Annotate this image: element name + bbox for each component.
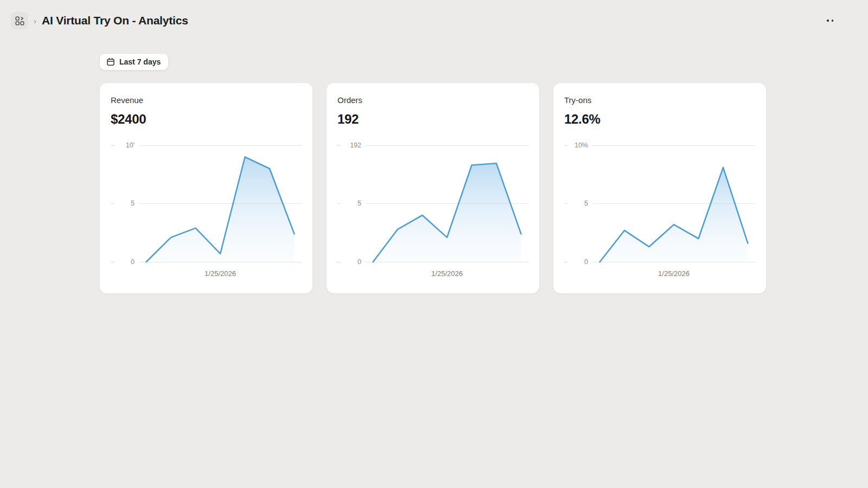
- calendar-icon: [106, 57, 115, 66]
- card-title: Orders: [337, 96, 528, 104]
- y-tick-dash: [564, 145, 567, 146]
- y-tick-dash: [337, 203, 341, 204]
- main-content: Last 7 days Revenue $2400 10' 5 0: [99, 30, 868, 294]
- tryons-chart: 10% 5 0: [564, 145, 755, 262]
- x-axis-label: 1/25/2026: [366, 269, 528, 278]
- metric-cards-row: Revenue $2400 10' 5 0: [99, 82, 868, 294]
- date-range-label: Last 7 days: [119, 57, 161, 66]
- card-value: $2400: [111, 113, 302, 126]
- revenue-area-line: [139, 145, 302, 262]
- y-axis-tick-label: 0: [116, 259, 135, 266]
- date-range-button[interactable]: Last 7 days: [99, 53, 169, 70]
- menu-dot: [832, 20, 834, 22]
- menu-dot: [827, 20, 829, 22]
- y-axis-tick-label: 0: [570, 259, 588, 266]
- y-axis-tick-label: 5: [570, 200, 588, 207]
- metric-card-tryons: Try-ons 12.6% 10% 5 0: [553, 82, 767, 294]
- page-header: › AI Virtual Try On - Analytics: [0, 0, 868, 30]
- y-axis-tick-label: 10%: [570, 142, 588, 149]
- y-tick-dash: [564, 262, 567, 262]
- tryons-area-line: [592, 145, 755, 262]
- card-value: 12.6%: [564, 113, 755, 126]
- y-tick-dash: [337, 262, 341, 262]
- more-menu-icon[interactable]: [825, 17, 835, 24]
- x-axis-label: 1/25/2026: [139, 269, 302, 278]
- page-title: AI Virtual Try On - Analytics: [42, 14, 188, 27]
- y-axis-tick-label: 0: [343, 259, 361, 266]
- card-title: Revenue: [111, 96, 302, 104]
- y-tick-dash: [337, 145, 341, 146]
- metric-card-revenue: Revenue $2400 10' 5 0: [99, 82, 313, 294]
- y-tick-dash: [111, 262, 114, 262]
- orders-area-line: [366, 145, 528, 262]
- x-axis-label: 1/25/2026: [592, 269, 755, 278]
- y-axis-tick-label: 5: [343, 200, 361, 207]
- y-axis-tick-label: 192: [343, 142, 361, 149]
- y-axis-tick-label: 5: [116, 200, 135, 207]
- y-tick-dash: [111, 203, 114, 204]
- y-axis-tick-label: 10': [116, 142, 135, 149]
- y-tick-dash: [111, 145, 114, 146]
- apps-grid-icon-glyph: [15, 16, 24, 25]
- card-value: 192: [337, 113, 528, 126]
- revenue-chart: 10' 5 0: [111, 145, 302, 262]
- card-title: Try-ons: [564, 96, 755, 104]
- metric-card-orders: Orders 192 192 5 0: [326, 82, 540, 294]
- y-tick-dash: [564, 203, 567, 204]
- apps-grid-icon[interactable]: [11, 12, 28, 29]
- breadcrumb-chevron-icon: ›: [34, 16, 36, 25]
- orders-chart: 192 5 0: [337, 145, 528, 262]
